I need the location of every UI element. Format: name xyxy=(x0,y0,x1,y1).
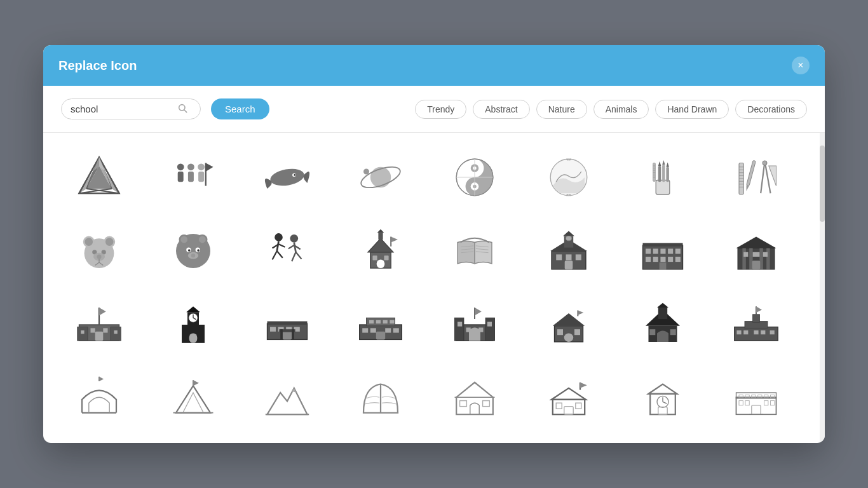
svg-rect-142 xyxy=(743,252,748,257)
icon-apartment-building[interactable] xyxy=(625,219,701,283)
icon-home-school[interactable] xyxy=(625,293,701,356)
svg-rect-126 xyxy=(646,248,651,254)
icon-school-flat-1[interactable] xyxy=(249,293,325,356)
icon-house-outline[interactable] xyxy=(437,367,513,430)
svg-rect-184 xyxy=(455,318,464,341)
icon-flying-fish[interactable] xyxy=(249,146,325,209)
icon-tent-peak[interactable] xyxy=(155,367,231,430)
scrollbar-track[interactable] xyxy=(820,133,825,443)
icon-landscape-circle[interactable] xyxy=(531,146,607,209)
icon-open-book[interactable] xyxy=(437,219,513,283)
filter-abstract[interactable]: Abstract xyxy=(473,100,529,119)
svg-line-1 xyxy=(184,110,187,112)
svg-line-97 xyxy=(294,243,295,252)
icon-planet-orbit[interactable] xyxy=(342,146,419,209)
icon-ruler-set[interactable] xyxy=(718,146,794,209)
icon-book-arch[interactable] xyxy=(342,367,419,430)
icon-bear-face-cute[interactable] xyxy=(61,219,137,283)
svg-rect-125 xyxy=(642,243,682,246)
svg-rect-161 xyxy=(189,334,197,343)
svg-rect-144 xyxy=(763,252,768,257)
icon-people-flag[interactable] xyxy=(155,146,231,209)
svg-rect-199 xyxy=(658,308,667,319)
svg-rect-188 xyxy=(466,328,471,332)
scrollbar-thumb[interactable] xyxy=(820,146,825,222)
icon-running-children[interactable] xyxy=(249,219,325,283)
filter-tags: Trendy Abstract Nature Animals Hand Draw… xyxy=(415,100,807,119)
svg-rect-135 xyxy=(675,257,680,262)
svg-marker-225 xyxy=(580,383,587,388)
svg-point-86 xyxy=(188,249,191,252)
icon-mountain-outline[interactable] xyxy=(249,367,325,430)
svg-marker-191 xyxy=(475,308,482,316)
svg-rect-186 xyxy=(458,322,462,327)
icons-area[interactable] xyxy=(43,133,820,443)
svg-rect-229 xyxy=(650,394,675,414)
svg-line-92 xyxy=(272,251,276,260)
svg-rect-108 xyxy=(373,255,377,260)
icon-clock-tower[interactable] xyxy=(155,293,231,356)
filter-animals[interactable]: Animals xyxy=(593,100,649,119)
search-input[interactable] xyxy=(71,104,172,114)
svg-marker-214 xyxy=(99,377,104,381)
icon-pencil-cup[interactable] xyxy=(625,146,701,209)
filter-decorations[interactable]: Decorations xyxy=(735,100,807,119)
icon-school-bell-building[interactable] xyxy=(531,219,607,283)
icon-school-simple[interactable] xyxy=(531,293,607,356)
svg-marker-211 xyxy=(756,306,762,313)
svg-point-87 xyxy=(197,249,200,252)
icon-school-tent-wide[interactable] xyxy=(61,293,137,356)
svg-rect-154 xyxy=(114,330,117,334)
svg-rect-42 xyxy=(662,165,665,182)
icon-yin-yang-circle[interactable] xyxy=(437,146,513,209)
svg-marker-105 xyxy=(377,229,384,233)
icon-school-wide[interactable] xyxy=(718,293,794,356)
svg-point-70 xyxy=(85,238,93,246)
svg-rect-174 xyxy=(369,320,374,323)
svg-marker-45 xyxy=(666,163,669,167)
svg-rect-242 xyxy=(739,401,743,405)
svg-marker-22 xyxy=(206,163,214,172)
search-button[interactable]: Search xyxy=(211,98,269,119)
modal-title: Replace Icon xyxy=(58,58,137,73)
svg-rect-62 xyxy=(747,160,756,186)
svg-rect-16 xyxy=(177,172,183,182)
svg-rect-227 xyxy=(576,403,581,409)
svg-rect-130 xyxy=(675,248,680,254)
svg-line-99 xyxy=(295,252,301,259)
icon-school-facade[interactable] xyxy=(718,367,794,430)
filter-nature[interactable]: Nature xyxy=(536,100,587,119)
svg-marker-197 xyxy=(578,311,583,315)
svg-marker-41 xyxy=(658,161,661,166)
svg-rect-206 xyxy=(743,330,748,334)
svg-rect-204 xyxy=(753,315,760,323)
icon-school-flat-2[interactable] xyxy=(342,293,419,356)
icon-school-building-2[interactable] xyxy=(718,219,794,283)
icon-clock-box[interactable] xyxy=(625,367,701,430)
svg-point-75 xyxy=(97,254,101,259)
icon-school-flag-outline[interactable] xyxy=(531,367,607,430)
svg-point-71 xyxy=(105,238,114,246)
svg-rect-151 xyxy=(81,330,84,334)
replace-icon-modal: Replace Icon × Search Trendy Abstract Na… xyxy=(43,45,825,443)
filter-hand-drawn[interactable]: Hand Drawn xyxy=(655,100,729,119)
icon-tent-arch[interactable] xyxy=(61,367,137,430)
svg-rect-185 xyxy=(485,318,494,341)
icon-bear-circle[interactable] xyxy=(155,219,231,283)
svg-line-91 xyxy=(276,241,278,251)
svg-rect-179 xyxy=(370,328,376,332)
icon-geometric-triangle[interactable] xyxy=(61,146,137,209)
filter-trendy[interactable]: Trendy xyxy=(415,100,466,119)
svg-rect-122 xyxy=(576,254,581,260)
svg-rect-178 xyxy=(362,328,368,332)
svg-rect-175 xyxy=(376,320,381,323)
svg-rect-168 xyxy=(282,332,291,340)
svg-rect-170 xyxy=(280,329,283,339)
svg-rect-228 xyxy=(564,407,573,415)
svg-rect-176 xyxy=(383,320,388,323)
icon-church-flag[interactable] xyxy=(342,219,419,283)
svg-point-19 xyxy=(198,163,205,170)
svg-rect-123 xyxy=(564,261,573,269)
icon-school-guard[interactable] xyxy=(437,293,513,356)
close-button[interactable]: × xyxy=(792,57,810,74)
